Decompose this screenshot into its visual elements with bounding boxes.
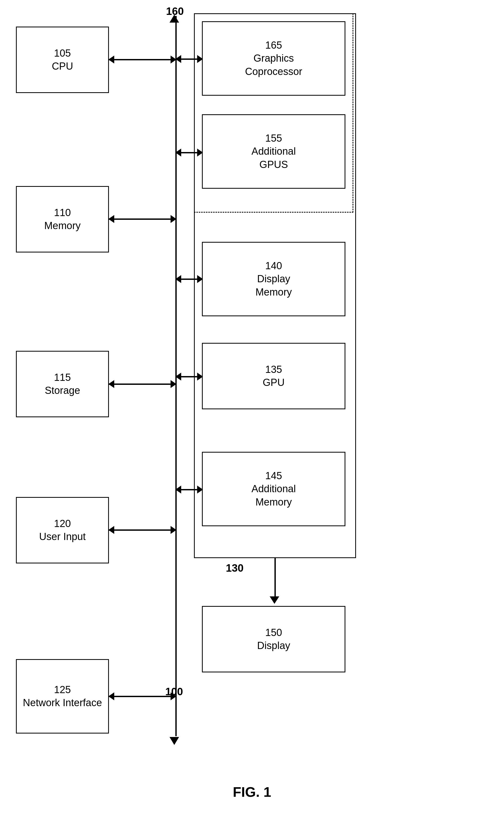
display-box: 150 Display bbox=[202, 606, 345, 672]
storage-box: 115 Storage bbox=[16, 351, 109, 417]
memory-id: 110 bbox=[54, 206, 71, 219]
network-box: 125 Network Interface bbox=[16, 659, 109, 734]
user-input-arrow bbox=[109, 530, 176, 531]
memory-arrow bbox=[109, 219, 176, 220]
additional-memory-arrow bbox=[176, 489, 202, 490]
cpu-box: 105 CPU bbox=[16, 27, 109, 93]
network-id: 125 bbox=[54, 683, 71, 696]
bus-arrow-down bbox=[169, 737, 179, 745]
memory-name: Memory bbox=[44, 219, 80, 232]
to-display-arrowhead bbox=[270, 596, 279, 604]
cpu-id: 105 bbox=[54, 47, 71, 60]
diagram: 160 105 CPU 110 Memory 115 Storage 120 U… bbox=[0, 0, 504, 810]
storage-arrow bbox=[109, 384, 176, 385]
user-input-name: User Input bbox=[39, 530, 86, 543]
figure-label: FIG. 1 bbox=[233, 784, 271, 800]
cpu-arrow bbox=[109, 59, 176, 60]
display-name: Display bbox=[257, 639, 291, 652]
cpu-name: CPU bbox=[52, 60, 73, 73]
system-label-100: 100 bbox=[165, 686, 183, 698]
bus-arrow-up bbox=[169, 14, 179, 23]
to-display-line bbox=[274, 558, 276, 598]
display-memory-arrow bbox=[176, 279, 202, 280]
memory-box: 110 Memory bbox=[16, 186, 109, 253]
graphics-coprocessor-arrow bbox=[176, 59, 202, 60]
user-input-box: 120 User Input bbox=[16, 497, 109, 564]
network-name: Network Interface bbox=[23, 696, 102, 709]
label-130: 130 bbox=[226, 562, 244, 574]
storage-id: 115 bbox=[54, 371, 71, 384]
right-group-box bbox=[194, 13, 356, 558]
gpu-arrow bbox=[176, 376, 202, 377]
display-id: 150 bbox=[265, 626, 282, 639]
storage-name: Storage bbox=[45, 384, 80, 397]
user-input-id: 120 bbox=[54, 517, 71, 530]
additional-gpus-arrow bbox=[176, 152, 202, 153]
